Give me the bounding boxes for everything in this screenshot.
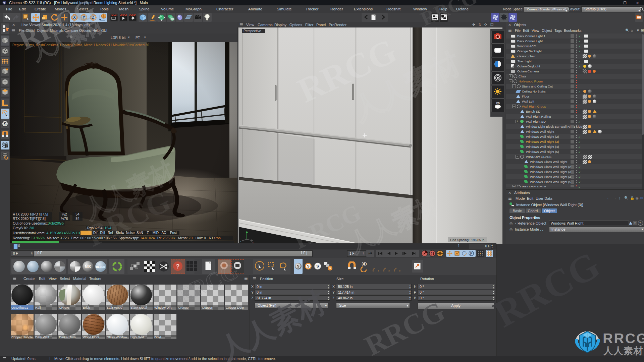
svg-text:Grid Spacing : 196.85 in: Grid Spacing : 196.85 in: [450, 238, 484, 242]
svg-text:X: X: [73, 15, 76, 20]
svg-text:3D: 3D: [362, 262, 367, 266]
svg-text:Z: Z: [92, 15, 94, 20]
svg-text:S: S: [297, 264, 300, 268]
svg-text:Y: Y: [83, 15, 85, 20]
svg-text:MIX: MIX: [85, 265, 91, 268]
svg-text:IES: IES: [496, 102, 500, 104]
svg-text:z: z: [240, 240, 241, 243]
svg-text:?: ?: [176, 263, 180, 270]
svg-text:S: S: [307, 264, 310, 268]
svg-text:S: S: [4, 121, 7, 126]
svg-text:P: P: [470, 252, 473, 255]
svg-text:S: S: [316, 264, 319, 268]
svg-text:S: S: [329, 267, 331, 270]
svg-text:BLEND: BLEND: [96, 265, 105, 268]
svg-text:( ): ( ): [431, 251, 434, 255]
